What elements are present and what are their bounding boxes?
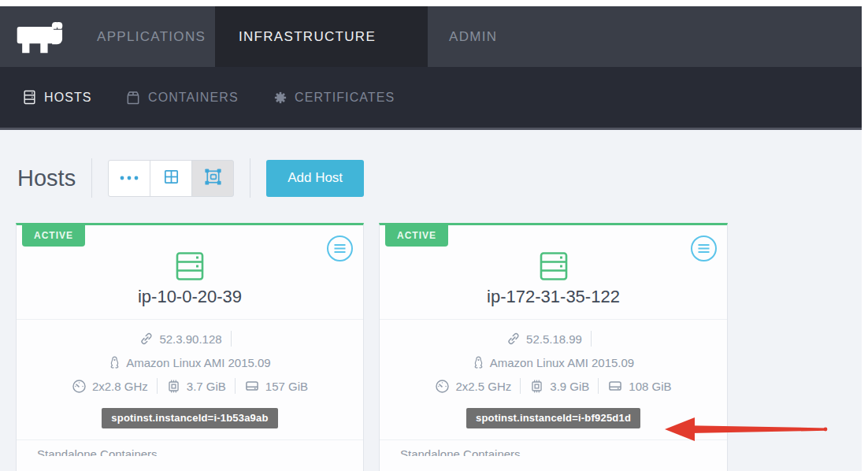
- host-card-footer: Standalone Containers: [17, 439, 363, 456]
- host-tag: spotinst.instanceId=i-1b53a9ab: [102, 408, 277, 428]
- hosts-icon: [22, 89, 37, 106]
- subnav-item-label: CERTIFICATES: [295, 91, 395, 105]
- host-ip: 52.5.18.99: [526, 332, 582, 346]
- detail-separator: [591, 331, 592, 347]
- host-ip-row: 52.5.18.99: [380, 327, 727, 350]
- host-ip-row: 52.3.90.128: [17, 327, 363, 350]
- cpu-gauge-icon: [72, 379, 87, 394]
- tab-applications[interactable]: APPLICATIONS: [97, 6, 206, 67]
- grid-icon: [162, 168, 180, 189]
- red-arrow-annotation: [660, 415, 829, 443]
- host-os: Amazon Linux AMI 2015.09: [126, 356, 270, 369]
- detail-separator: [235, 378, 236, 394]
- link-icon: [139, 332, 154, 346]
- host-name[interactable]: ip-172-31-35-122: [380, 287, 727, 307]
- containers-icon: [125, 90, 141, 106]
- host-tag-row: spotinst.instanceId=i-1b53a9ab: [17, 408, 363, 428]
- cpu-gauge-icon: [435, 379, 450, 394]
- host-cpu: 2x2.8 GHz: [92, 380, 148, 393]
- detail-separator: [231, 331, 232, 347]
- footer-peek-text: Standalone Containers: [37, 447, 158, 456]
- host-memory: 3.7 GiB: [187, 380, 226, 393]
- card-menu-icon[interactable]: [326, 235, 354, 262]
- disk-icon: [244, 378, 260, 394]
- host-storage: 108 GiB: [629, 380, 671, 393]
- view-toggle-group: [108, 160, 234, 197]
- hosts-toolbar: Hosts: [17, 158, 364, 198]
- host-os-row: Amazon Linux AMI 2015.09: [17, 350, 363, 374]
- host-os-row: Amazon Linux AMI 2015.09: [380, 350, 727, 374]
- host-os: Amazon Linux AMI 2015.09: [490, 356, 634, 369]
- host-cpu: 2x2.5 GHz: [455, 380, 511, 393]
- grid-view-button[interactable]: [150, 160, 192, 197]
- host-ip: 52.3.90.128: [159, 332, 221, 346]
- rancher-logo-icon[interactable]: [14, 17, 72, 57]
- subnav-item-label: CONTAINERS: [148, 91, 239, 105]
- list-view-button[interactable]: [108, 160, 150, 197]
- detail-separator: [157, 378, 158, 394]
- memory-icon: [166, 379, 181, 394]
- host-specs-row: 2x2.8 GHz 3.7 GiB: [17, 374, 363, 398]
- certificates-icon: [273, 91, 287, 105]
- page-title: Hosts: [17, 165, 76, 191]
- detail-separator: [598, 378, 599, 394]
- top-nav: APPLICATIONS INFRASTRUCTURE ADMIN: [0, 6, 862, 67]
- machine-view-button[interactable]: [191, 160, 234, 197]
- detail-separator: [520, 378, 521, 394]
- tab-admin[interactable]: ADMIN: [449, 6, 497, 67]
- toolbar-divider: [91, 158, 92, 198]
- card-menu-icon[interactable]: [690, 235, 718, 262]
- host-tag: spotinst.instanceId=i-bf925d1d: [466, 408, 640, 428]
- subnav-item-containers[interactable]: CONTAINERS: [125, 67, 239, 128]
- toolbar-divider: [250, 158, 250, 198]
- memory-icon: [529, 379, 544, 394]
- subnav-item-label: HOSTS: [44, 91, 92, 105]
- tab-infrastructure[interactable]: INFRASTRUCTURE: [215, 6, 428, 67]
- hosts-page: Hosts: [0, 130, 862, 471]
- linux-icon: [109, 356, 121, 369]
- host-name[interactable]: ip-10-0-20-39: [17, 287, 363, 307]
- host-server-icon: [538, 251, 569, 284]
- host-memory: 3.9 GiB: [550, 380, 589, 393]
- subnav-item-certificates[interactable]: CERTIFICATES: [273, 67, 395, 128]
- infrastructure-sub-nav: HOSTS CONTAINERS: [0, 67, 862, 130]
- footer-peek-text: Standalone Containers: [400, 447, 521, 456]
- rancher-app: APPLICATIONS INFRASTRUCTURE ADMIN HOSTS: [0, 6, 862, 471]
- status-badge: ACTIVE: [22, 225, 85, 247]
- machine-view-icon: [203, 167, 223, 190]
- host-card: ACTIVE: [16, 223, 364, 471]
- add-host-button[interactable]: Add Host: [266, 160, 364, 197]
- linux-icon: [473, 356, 484, 369]
- host-card-details: 52.3.90.128 Amazon Linux AMI 2015.09: [17, 320, 363, 456]
- status-badge: ACTIVE: [385, 225, 448, 247]
- host-server-icon: [174, 251, 206, 284]
- host-specs-row: 2x2.5 GHz 3.9 GiB: [380, 374, 727, 398]
- dots-icon: [119, 171, 139, 185]
- link-icon: [506, 332, 521, 346]
- host-storage: 157 GiB: [265, 380, 308, 393]
- subnav-item-hosts[interactable]: HOSTS: [22, 67, 92, 128]
- disk-icon: [607, 378, 623, 394]
